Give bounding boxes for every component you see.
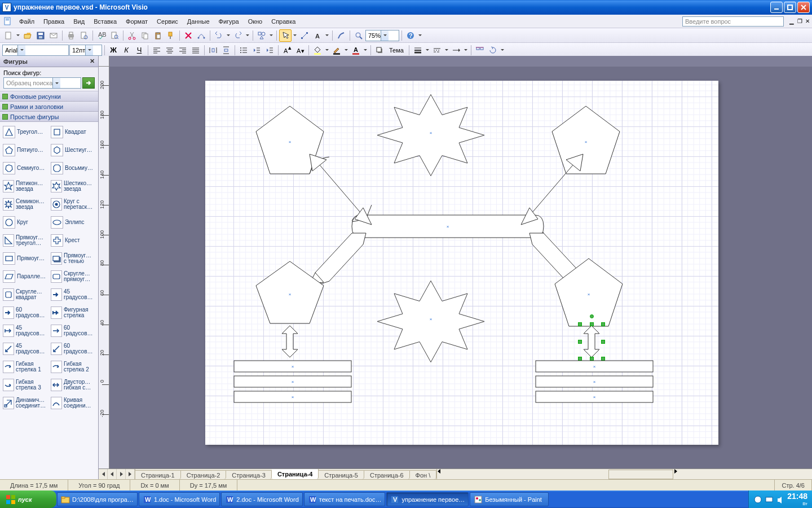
shape-master[interactable]: Скругле… прямоуг…	[49, 268, 97, 286]
bullets-button[interactable]	[237, 44, 250, 56]
shape-master[interactable]: Семиуго…	[1, 159, 49, 177]
delete-button[interactable]	[182, 29, 195, 42]
shape-master[interactable]: Квадрат	[49, 123, 97, 141]
shapes-dropdown[interactable]	[268, 33, 274, 38]
star-shape[interactable]: ×	[374, 278, 487, 364]
page-tab[interactable]: Страница-6	[364, 470, 410, 479]
toolbar-options-2[interactable]	[500, 47, 505, 52]
next-page-button[interactable]	[117, 469, 126, 479]
fill-color-button[interactable]	[311, 44, 324, 56]
shape-master[interactable]: 60 градусов…	[1, 304, 49, 322]
shape-search-input[interactable]: Образец поиска	[3, 77, 81, 89]
taskbar-item[interactable]: D:\2008\для програ…	[57, 492, 138, 506]
start-button[interactable]: пуск	[0, 491, 56, 508]
line-color-button[interactable]	[330, 44, 343, 56]
rotate-button[interactable]	[487, 44, 499, 56]
menu-Окно[interactable]: Окно	[244, 17, 267, 26]
stencil-header[interactable]: Фоновые рисунки	[0, 91, 98, 102]
shape-master[interactable]: Семикон… звезда	[1, 195, 49, 213]
line-ends-button[interactable]	[450, 44, 462, 56]
pointer-tool-button[interactable]	[279, 29, 292, 42]
fill-dropdown[interactable]	[324, 47, 330, 52]
bold-button[interactable]: Ж	[107, 44, 120, 56]
align-shapes-button[interactable]	[474, 44, 486, 56]
font-color-button[interactable]: A	[350, 44, 362, 56]
shape-master[interactable]: Гибкая стрелка 2	[49, 358, 97, 376]
shape-master[interactable]: 60 градусов…	[49, 322, 97, 340]
decrease-indent-button[interactable]	[250, 44, 263, 56]
page-tab[interactable]: Страница-4	[272, 469, 319, 479]
zoom-combo[interactable]: 75%	[365, 30, 399, 41]
open-button[interactable]	[21, 29, 34, 42]
star-shape[interactable]: ×	[374, 92, 487, 178]
email-button[interactable]	[47, 29, 60, 42]
cut-button[interactable]	[126, 29, 138, 42]
paste-button[interactable]	[152, 29, 164, 42]
tray-icon[interactable]	[753, 495, 762, 504]
shape-master[interactable]: Динамич… соединит…	[1, 394, 49, 412]
new-dropdown[interactable]	[15, 33, 21, 38]
shape-master[interactable]: Прямоуг… треугол…	[1, 231, 49, 249]
shape-master[interactable]: Гибкая стрелка 3	[1, 376, 49, 394]
shape-master[interactable]: 60 градусов…	[49, 340, 97, 358]
spelling-button[interactable]: ABC	[95, 29, 108, 42]
shapes-pane-close-icon[interactable]: ✕	[90, 58, 95, 65]
shape-master[interactable]: Пятиуго…	[1, 141, 49, 159]
tabs-scroll-right[interactable]	[673, 469, 812, 479]
document-icon[interactable]	[3, 17, 12, 26]
stencil-header[interactable]: Простые фигуры	[0, 112, 98, 122]
arrow-shape[interactable]	[301, 146, 374, 226]
save-button[interactable]	[34, 29, 47, 42]
shape-master[interactable]: Фигурная стрелка	[49, 304, 97, 322]
page-tab[interactable]: Страница-1	[135, 470, 181, 479]
menu-Формат[interactable]: Формат	[121, 17, 152, 26]
increase-font-button[interactable]: A▴	[281, 44, 293, 56]
taskbar-item[interactable]: Безымянный - Paint	[470, 492, 549, 506]
shape-master[interactable]: Эллипс	[49, 213, 97, 231]
shape-master[interactable]: Двустор… гибкая с…	[49, 376, 97, 394]
line-weight-button[interactable]	[412, 44, 424, 56]
shape-master[interactable]: Круг с перетаск…	[49, 195, 97, 213]
pentagon-shape[interactable]: ×	[552, 256, 625, 330]
print-preview-button[interactable]	[78, 29, 90, 42]
text-dropdown[interactable]	[324, 33, 330, 38]
ink-button[interactable]	[335, 29, 347, 42]
line-color-dropdown[interactable]	[343, 47, 349, 52]
taskbar-item[interactable]: Wтекст на печать.doc…	[304, 492, 386, 506]
taskbar-item[interactable]: W2.doc - Microsoft Word	[221, 492, 302, 506]
shape-master[interactable]: Паралле…	[1, 268, 49, 286]
shape-master[interactable]: Гибкая стрелка 1	[1, 358, 49, 376]
search-go-button[interactable]	[82, 77, 95, 89]
font-color-dropdown[interactable]	[363, 47, 368, 52]
taskbar-item[interactable]: Vупражнение первое…	[386, 492, 469, 506]
help-button[interactable]: ?	[404, 29, 417, 42]
new-button[interactable]	[2, 29, 15, 42]
redo-dropdown[interactable]	[245, 33, 250, 38]
system-tray[interactable]: 21:48Вт	[748, 491, 812, 508]
format-painter-button[interactable]	[165, 29, 177, 42]
rectangle-shape[interactable]: ×	[233, 375, 352, 389]
copy-button[interactable]	[139, 29, 151, 42]
taskbar-item[interactable]: W1.doc - Microsoft Word	[139, 492, 220, 506]
font-size-combo[interactable]: 12пт	[69, 45, 102, 56]
menu-Файл[interactable]: Файл	[15, 17, 39, 26]
print-button[interactable]	[65, 29, 77, 42]
align-right-button[interactable]	[176, 44, 189, 56]
shape-master[interactable]: Кривая соедини…	[49, 394, 97, 412]
shapes-list[interactable]: Треугол…КвадратПятиуго…Шестиуг…Семиуго…В…	[0, 122, 98, 479]
shape-master[interactable]: 45 градусов…	[49, 286, 97, 304]
undo-dropdown[interactable]	[226, 33, 231, 38]
menu-Данные[interactable]: Данные	[183, 17, 214, 26]
menu-Вид[interactable]: Вид	[69, 17, 89, 26]
rectangle-shape[interactable]: ×	[535, 375, 654, 389]
tray-volume-icon[interactable]	[776, 495, 785, 504]
distribute-v-button[interactable]	[220, 44, 232, 56]
text-tool-button[interactable]: A	[311, 29, 324, 42]
double-arrow-shape[interactable]	[279, 325, 301, 360]
theme-button[interactable]: Тема	[386, 44, 407, 56]
menu-Сервис[interactable]: Сервис	[152, 17, 183, 26]
align-center-button[interactable]	[164, 44, 176, 56]
shape-master[interactable]: Прямоуг… с тенью	[49, 249, 97, 268]
shape-master[interactable]: 45 градусов…	[1, 340, 49, 358]
mdi-restore-icon[interactable]: ❐	[796, 18, 803, 25]
